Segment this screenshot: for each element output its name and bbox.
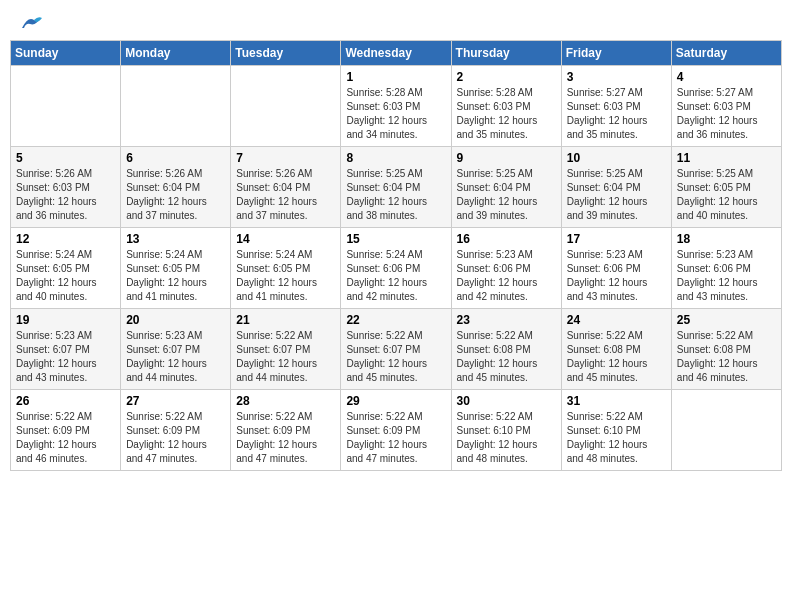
calendar-week-row: 12Sunrise: 5:24 AM Sunset: 6:05 PM Dayli… <box>11 228 782 309</box>
calendar-day-header: Sunday <box>11 41 121 66</box>
day-info: Sunrise: 5:27 AM Sunset: 6:03 PM Dayligh… <box>677 86 776 142</box>
calendar-cell: 13Sunrise: 5:24 AM Sunset: 6:05 PM Dayli… <box>121 228 231 309</box>
day-number: 19 <box>16 313 115 327</box>
day-info: Sunrise: 5:23 AM Sunset: 6:06 PM Dayligh… <box>567 248 666 304</box>
day-number: 5 <box>16 151 115 165</box>
calendar-cell: 11Sunrise: 5:25 AM Sunset: 6:05 PM Dayli… <box>671 147 781 228</box>
day-info: Sunrise: 5:22 AM Sunset: 6:08 PM Dayligh… <box>567 329 666 385</box>
calendar-cell: 6Sunrise: 5:26 AM Sunset: 6:04 PM Daylig… <box>121 147 231 228</box>
calendar-cell: 15Sunrise: 5:24 AM Sunset: 6:06 PM Dayli… <box>341 228 451 309</box>
day-number: 24 <box>567 313 666 327</box>
calendar-table: SundayMondayTuesdayWednesdayThursdayFrid… <box>10 40 782 471</box>
day-number: 7 <box>236 151 335 165</box>
calendar-cell: 19Sunrise: 5:23 AM Sunset: 6:07 PM Dayli… <box>11 309 121 390</box>
day-number: 14 <box>236 232 335 246</box>
calendar-cell: 9Sunrise: 5:25 AM Sunset: 6:04 PM Daylig… <box>451 147 561 228</box>
day-info: Sunrise: 5:22 AM Sunset: 6:07 PM Dayligh… <box>346 329 445 385</box>
calendar-cell: 8Sunrise: 5:25 AM Sunset: 6:04 PM Daylig… <box>341 147 451 228</box>
day-number: 27 <box>126 394 225 408</box>
calendar-cell: 24Sunrise: 5:22 AM Sunset: 6:08 PM Dayli… <box>561 309 671 390</box>
calendar-cell: 3Sunrise: 5:27 AM Sunset: 6:03 PM Daylig… <box>561 66 671 147</box>
calendar-cell <box>121 66 231 147</box>
logo <box>18 14 42 28</box>
calendar-cell: 23Sunrise: 5:22 AM Sunset: 6:08 PM Dayli… <box>451 309 561 390</box>
calendar-cell: 1Sunrise: 5:28 AM Sunset: 6:03 PM Daylig… <box>341 66 451 147</box>
calendar-day-header: Wednesday <box>341 41 451 66</box>
day-number: 10 <box>567 151 666 165</box>
day-info: Sunrise: 5:23 AM Sunset: 6:07 PM Dayligh… <box>16 329 115 385</box>
calendar-cell: 20Sunrise: 5:23 AM Sunset: 6:07 PM Dayli… <box>121 309 231 390</box>
calendar-cell: 16Sunrise: 5:23 AM Sunset: 6:06 PM Dayli… <box>451 228 561 309</box>
day-number: 31 <box>567 394 666 408</box>
day-number: 8 <box>346 151 445 165</box>
calendar-cell: 22Sunrise: 5:22 AM Sunset: 6:07 PM Dayli… <box>341 309 451 390</box>
day-number: 25 <box>677 313 776 327</box>
day-info: Sunrise: 5:22 AM Sunset: 6:10 PM Dayligh… <box>457 410 556 466</box>
calendar-cell: 2Sunrise: 5:28 AM Sunset: 6:03 PM Daylig… <box>451 66 561 147</box>
day-number: 6 <box>126 151 225 165</box>
calendar-week-row: 5Sunrise: 5:26 AM Sunset: 6:03 PM Daylig… <box>11 147 782 228</box>
day-number: 9 <box>457 151 556 165</box>
day-info: Sunrise: 5:28 AM Sunset: 6:03 PM Dayligh… <box>346 86 445 142</box>
day-number: 30 <box>457 394 556 408</box>
day-number: 12 <box>16 232 115 246</box>
calendar-week-row: 19Sunrise: 5:23 AM Sunset: 6:07 PM Dayli… <box>11 309 782 390</box>
day-info: Sunrise: 5:22 AM Sunset: 6:09 PM Dayligh… <box>16 410 115 466</box>
calendar-cell: 27Sunrise: 5:22 AM Sunset: 6:09 PM Dayli… <box>121 390 231 471</box>
day-info: Sunrise: 5:24 AM Sunset: 6:05 PM Dayligh… <box>16 248 115 304</box>
day-info: Sunrise: 5:22 AM Sunset: 6:07 PM Dayligh… <box>236 329 335 385</box>
calendar-cell: 4Sunrise: 5:27 AM Sunset: 6:03 PM Daylig… <box>671 66 781 147</box>
day-info: Sunrise: 5:22 AM Sunset: 6:10 PM Dayligh… <box>567 410 666 466</box>
day-info: Sunrise: 5:23 AM Sunset: 6:06 PM Dayligh… <box>457 248 556 304</box>
day-info: Sunrise: 5:22 AM Sunset: 6:09 PM Dayligh… <box>346 410 445 466</box>
day-info: Sunrise: 5:25 AM Sunset: 6:04 PM Dayligh… <box>457 167 556 223</box>
calendar-cell <box>231 66 341 147</box>
day-info: Sunrise: 5:24 AM Sunset: 6:06 PM Dayligh… <box>346 248 445 304</box>
day-info: Sunrise: 5:23 AM Sunset: 6:06 PM Dayligh… <box>677 248 776 304</box>
calendar-week-row: 1Sunrise: 5:28 AM Sunset: 6:03 PM Daylig… <box>11 66 782 147</box>
day-number: 26 <box>16 394 115 408</box>
day-number: 15 <box>346 232 445 246</box>
page-header <box>10 10 782 32</box>
calendar-cell: 31Sunrise: 5:22 AM Sunset: 6:10 PM Dayli… <box>561 390 671 471</box>
day-number: 3 <box>567 70 666 84</box>
logo-bird-icon <box>20 14 42 32</box>
day-info: Sunrise: 5:28 AM Sunset: 6:03 PM Dayligh… <box>457 86 556 142</box>
calendar-cell: 10Sunrise: 5:25 AM Sunset: 6:04 PM Dayli… <box>561 147 671 228</box>
calendar-cell: 28Sunrise: 5:22 AM Sunset: 6:09 PM Dayli… <box>231 390 341 471</box>
day-info: Sunrise: 5:25 AM Sunset: 6:04 PM Dayligh… <box>567 167 666 223</box>
day-number: 28 <box>236 394 335 408</box>
calendar-cell: 30Sunrise: 5:22 AM Sunset: 6:10 PM Dayli… <box>451 390 561 471</box>
day-number: 2 <box>457 70 556 84</box>
calendar-cell: 12Sunrise: 5:24 AM Sunset: 6:05 PM Dayli… <box>11 228 121 309</box>
day-number: 21 <box>236 313 335 327</box>
day-info: Sunrise: 5:25 AM Sunset: 6:04 PM Dayligh… <box>346 167 445 223</box>
day-number: 22 <box>346 313 445 327</box>
day-number: 11 <box>677 151 776 165</box>
day-number: 13 <box>126 232 225 246</box>
day-number: 17 <box>567 232 666 246</box>
calendar-cell: 17Sunrise: 5:23 AM Sunset: 6:06 PM Dayli… <box>561 228 671 309</box>
day-number: 23 <box>457 313 556 327</box>
calendar-cell <box>11 66 121 147</box>
calendar-day-header: Thursday <box>451 41 561 66</box>
calendar-cell: 7Sunrise: 5:26 AM Sunset: 6:04 PM Daylig… <box>231 147 341 228</box>
calendar-day-header: Friday <box>561 41 671 66</box>
day-info: Sunrise: 5:22 AM Sunset: 6:09 PM Dayligh… <box>126 410 225 466</box>
calendar-cell: 25Sunrise: 5:22 AM Sunset: 6:08 PM Dayli… <box>671 309 781 390</box>
day-info: Sunrise: 5:22 AM Sunset: 6:08 PM Dayligh… <box>457 329 556 385</box>
calendar-cell: 29Sunrise: 5:22 AM Sunset: 6:09 PM Dayli… <box>341 390 451 471</box>
day-number: 16 <box>457 232 556 246</box>
calendar-cell <box>671 390 781 471</box>
day-info: Sunrise: 5:22 AM Sunset: 6:08 PM Dayligh… <box>677 329 776 385</box>
day-info: Sunrise: 5:27 AM Sunset: 6:03 PM Dayligh… <box>567 86 666 142</box>
calendar-cell: 21Sunrise: 5:22 AM Sunset: 6:07 PM Dayli… <box>231 309 341 390</box>
day-info: Sunrise: 5:24 AM Sunset: 6:05 PM Dayligh… <box>236 248 335 304</box>
calendar-cell: 18Sunrise: 5:23 AM Sunset: 6:06 PM Dayli… <box>671 228 781 309</box>
day-info: Sunrise: 5:26 AM Sunset: 6:04 PM Dayligh… <box>126 167 225 223</box>
calendar-cell: 26Sunrise: 5:22 AM Sunset: 6:09 PM Dayli… <box>11 390 121 471</box>
day-number: 4 <box>677 70 776 84</box>
calendar-header-row: SundayMondayTuesdayWednesdayThursdayFrid… <box>11 41 782 66</box>
day-info: Sunrise: 5:24 AM Sunset: 6:05 PM Dayligh… <box>126 248 225 304</box>
calendar-day-header: Saturday <box>671 41 781 66</box>
